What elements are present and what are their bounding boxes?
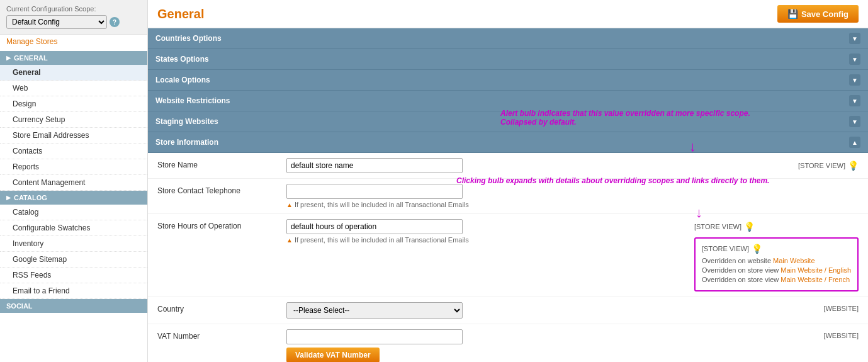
vat-input-area: Validate VAT Number — [286, 329, 814, 362]
section-states-label: States Options — [155, 55, 209, 64]
override-item-0: Overridden on website Main Website — [702, 257, 851, 264]
section-website-restrict-label: Website Restrictions — [155, 96, 230, 105]
store-hours-input-area: ▲ If present, this will be included in a… — [286, 219, 685, 244]
sidebar-item-store-email[interactable]: Store Email Addresses — [0, 128, 147, 144]
sidebar-item-design[interactable]: Design — [0, 96, 147, 112]
store-info-toggle-icon[interactable]: ▲ — [849, 137, 860, 148]
section-locale[interactable]: Locale Options ▼ — [148, 70, 868, 91]
catalog-section-arrow: ▶ — [6, 195, 11, 201]
sidebar-item-reports[interactable]: Reports — [0, 159, 147, 175]
section-countries[interactable]: Countries Options ▼ — [148, 28, 868, 49]
sidebar-section-catalog[interactable]: ▶ CATALOG — [0, 191, 147, 205]
store-name-bulb-icon[interactable]: 💡 — [848, 161, 859, 171]
override-item-2: Overridden on store view Main Website / … — [702, 276, 851, 283]
section-store-info[interactable]: Store Information ▲ — [148, 132, 868, 153]
sidebar-section-catalog-label: CATALOG — [14, 194, 47, 201]
section-countries-label: Countries Options — [155, 34, 222, 43]
sidebar-item-google-sitemap[interactable]: Google Sitemap — [0, 252, 147, 268]
sidebar-item-currency[interactable]: Currency Setup — [0, 112, 147, 128]
vat-scope: [WEBSITE] — [823, 329, 859, 339]
section-store-info-label: Store Information — [155, 138, 218, 147]
manage-stores-link-area: Manage Stores — [0, 35, 147, 51]
store-name-scope: [STORE VIEW] 💡 — [798, 158, 859, 171]
override-link-french[interactable]: Main Website / French — [781, 276, 850, 283]
staging-toggle-icon[interactable]: ▼ — [849, 116, 860, 127]
locale-toggle-icon[interactable]: ▼ — [849, 74, 860, 86]
sidebar: Current Configuration Scope: Default Con… — [0, 0, 148, 362]
store-hours-input[interactable] — [286, 219, 463, 234]
store-hours-note: ▲ If present, this will be included in a… — [286, 236, 685, 244]
store-hours-label: Store Hours of Operation — [157, 219, 277, 230]
hours-note-triangle: ▲ — [286, 237, 293, 244]
sidebar-catalog-items: Catalog Configurable Swatches Inventory … — [0, 205, 147, 299]
save-icon: 💾 — [787, 9, 798, 19]
sidebar-item-inventory[interactable]: Inventory — [0, 236, 147, 252]
sidebar-section-general-label: GENERAL — [14, 54, 48, 62]
store-name-label: Store Name — [157, 158, 277, 169]
scope-label: Current Configuration Scope: — [6, 5, 141, 13]
section-staging-label: Staging Websites — [155, 117, 218, 126]
sidebar-general-items: General Web Design Currency Setup Store … — [0, 65, 147, 191]
override-link-english[interactable]: Main Website / English — [781, 266, 851, 274]
sidebar-item-email-friend[interactable]: Email to a Friend — [0, 283, 147, 299]
store-hours-bulb-icon[interactable]: 💡 — [744, 222, 755, 232]
vat-label: VAT Number — [157, 329, 277, 341]
country-select[interactable]: --Please Select-- — [286, 302, 463, 319]
sidebar-item-conf-swatches[interactable]: Configurable Swatches — [0, 220, 147, 236]
store-name-input[interactable] — [286, 158, 463, 173]
sidebar-item-web[interactable]: Web — [0, 81, 147, 96]
country-label: Country — [157, 302, 277, 314]
store-hours-scope-area: [STORE VIEW] 💡 [STORE VIEW] 💡 Overridden… — [694, 219, 859, 291]
store-phone-input[interactable] — [286, 184, 463, 199]
section-staging[interactable]: Staging Websites ▼ — [148, 111, 868, 132]
page-title: General — [157, 7, 204, 21]
store-hours-row: Store Hours of Operation ▲ If present, t… — [148, 214, 868, 297]
store-phone-note: ▲ If present, this will be included in a… — [286, 201, 859, 208]
store-phone-row: Store Contact Telephone ▲ If present, th… — [148, 179, 868, 214]
country-row: Country --Please Select-- [WEBSITE] — [148, 297, 868, 324]
store-name-input-area — [286, 158, 789, 173]
sidebar-item-rss[interactable]: RSS Feeds — [0, 268, 147, 283]
config-sections-wrapper: Alert bulb indicates that this value ove… — [148, 28, 868, 362]
main-content: General 💾 Save Config Alert bulb indicat… — [148, 0, 868, 362]
general-section-arrow: ▶ — [6, 55, 11, 61]
sidebar-item-contacts[interactable]: Contacts — [0, 144, 147, 159]
scope-selector-area: Current Configuration Scope: Default Con… — [0, 0, 147, 35]
sidebar-item-content[interactable]: Content Management — [0, 175, 147, 191]
sidebar-item-catalog[interactable]: Catalog — [0, 205, 147, 220]
scope-help-icon[interactable]: ? — [110, 17, 120, 27]
store-name-row: Store Name [STORE VIEW] 💡 — [148, 153, 868, 179]
save-config-label: Save Config — [801, 9, 848, 19]
save-config-button[interactable]: 💾 Save Config — [777, 5, 859, 23]
scope-select[interactable]: Default Config — [6, 15, 107, 29]
countries-toggle-icon[interactable]: ▼ — [849, 33, 860, 44]
manage-stores-link[interactable]: Manage Stores — [6, 37, 57, 46]
store-hours-scope: [STORE VIEW] 💡 — [694, 219, 859, 232]
store-phone-label: Store Contact Telephone — [157, 184, 277, 195]
sidebar-section-social-label: SOCIAL — [6, 302, 33, 310]
override-scope-label: [STORE VIEW] 💡 — [702, 244, 851, 254]
country-input-area: --Please Select-- — [286, 302, 814, 319]
top-bar: General 💾 Save Config — [148, 0, 868, 28]
vat-row: VAT Number Validate VAT Number [WEBSITE] — [148, 324, 868, 362]
sidebar-section-social[interactable]: SOCIAL — [0, 299, 147, 313]
section-locale-label: Locale Options — [155, 76, 210, 84]
phone-note-triangle: ▲ — [286, 201, 293, 208]
store-phone-input-area: ▲ If present, this will be included in a… — [286, 184, 859, 208]
website-restrict-toggle-icon[interactable]: ▼ — [849, 95, 860, 106]
override-item-1: Overridden on store view Main Website / … — [702, 266, 851, 274]
vat-input[interactable] — [286, 329, 463, 344]
override-box: [STORE VIEW] 💡 Overridden on website Mai… — [694, 237, 859, 291]
section-website-restrict[interactable]: Website Restrictions ▼ — [148, 91, 868, 111]
override-link-main-website[interactable]: Main Website — [773, 257, 814, 264]
validate-vat-button[interactable]: Validate VAT Number — [286, 348, 380, 362]
section-states[interactable]: States Options ▼ — [148, 49, 868, 70]
sidebar-item-general[interactable]: General — [0, 65, 147, 81]
override-bulb-icon[interactable]: 💡 — [752, 244, 762, 254]
sidebar-section-general[interactable]: ▶ GENERAL — [0, 51, 147, 65]
country-scope: [WEBSITE] — [823, 302, 859, 312]
states-toggle-icon[interactable]: ▼ — [849, 54, 860, 65]
